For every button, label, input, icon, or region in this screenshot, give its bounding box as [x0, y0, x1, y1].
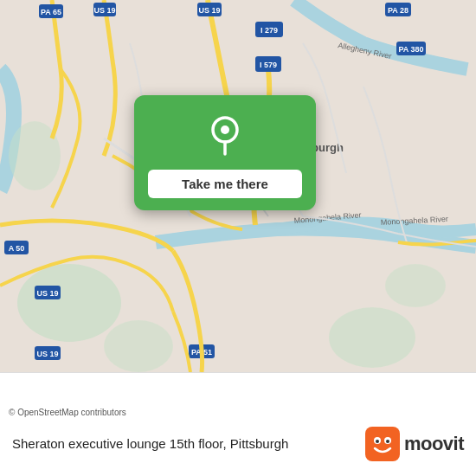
svg-text:I 579: I 579: [260, 61, 277, 69]
moovit-wordmark: moovit: [404, 433, 464, 455]
svg-text:I 279: I 279: [261, 26, 278, 35]
moovit-face-icon: [364, 426, 401, 462]
svg-point-38: [386, 440, 389, 443]
svg-point-3: [104, 320, 173, 372]
svg-point-37: [376, 440, 379, 443]
svg-rect-34: [365, 427, 400, 461]
svg-text:PA 380: PA 380: [398, 45, 423, 54]
svg-text:A 50: A 50: [9, 244, 25, 253]
svg-point-1: [17, 264, 121, 342]
svg-text:PA 65: PA 65: [41, 8, 61, 16]
location-card: Take me there: [134, 95, 316, 210]
map-attribution: © OpenStreetMap contributors: [0, 402, 476, 421]
svg-point-4: [385, 264, 446, 307]
map-container: PA 65 US 19 US 19 I 279 PA 28 I 579 PA 3…: [0, 0, 476, 372]
svg-text:PA 28: PA 28: [388, 6, 408, 15]
svg-point-33: [221, 125, 229, 134]
svg-text:US 19: US 19: [198, 6, 220, 15]
location-text: Sheraton executive lounge 15th floor, Pi…: [12, 435, 354, 453]
svg-text:US 19: US 19: [93, 6, 115, 15]
svg-text:US 19: US 19: [36, 289, 58, 298]
location-info-row: Sheraton executive lounge 15th floor, Pi…: [0, 421, 476, 467]
svg-text:US 19: US 19: [36, 350, 58, 358]
moovit-logo: moovit: [364, 426, 464, 462]
take-me-there-button[interactable]: Take me there: [148, 170, 302, 198]
map-pin-icon: [203, 113, 248, 158]
svg-point-2: [329, 307, 415, 368]
bottom-bar: © OpenStreetMap contributors Sheraton ex…: [0, 372, 476, 476]
